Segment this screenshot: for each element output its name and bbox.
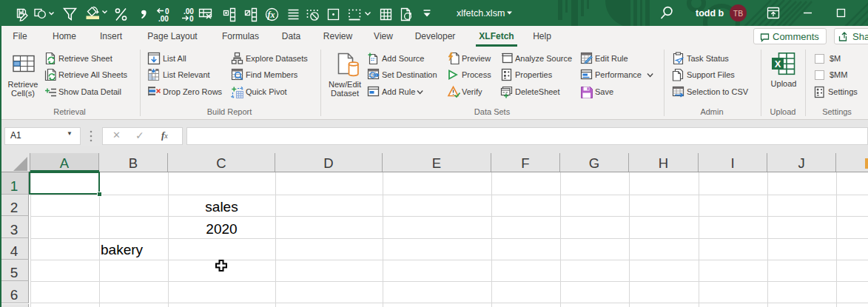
svg-text:TB: TB xyxy=(733,9,743,18)
svg-text:X: X xyxy=(775,58,781,70)
svg-text:fx: fx xyxy=(268,10,275,20)
svg-text:xlfetch.xlsm: xlfetch.xlsm xyxy=(457,8,505,18)
svg-text:todd b: todd b xyxy=(696,8,724,18)
svg-text:.00: .00 xyxy=(158,15,169,23)
svg-text:0: 0 xyxy=(189,15,194,23)
